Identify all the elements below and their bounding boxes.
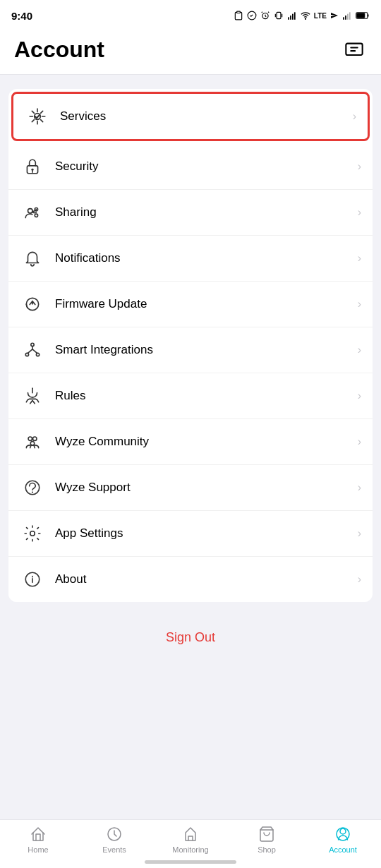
rules-chevron: › xyxy=(358,390,361,402)
security-icon xyxy=(23,157,42,176)
vibrate-icon xyxy=(274,11,284,20)
svg-point-8 xyxy=(305,18,306,19)
wifi-icon xyxy=(301,11,310,20)
sign-out-button[interactable]: Sign Out xyxy=(166,630,215,645)
wyze-community-label: Wyze Community xyxy=(55,435,358,449)
nav-item-account[interactable]: Account xyxy=(322,826,364,854)
signal-icon xyxy=(287,11,297,20)
events-nav-icon xyxy=(106,826,123,843)
menu-item-smart-integrations[interactable]: Smart Integrations › xyxy=(8,327,373,373)
firmware-icon-container xyxy=(20,291,45,317)
status-time: 9:40 xyxy=(11,10,32,22)
signal-arrow-icon xyxy=(330,11,339,20)
svg-point-26 xyxy=(28,437,32,440)
clipboard-icon xyxy=(234,11,243,20)
services-chevron: › xyxy=(353,110,356,123)
svg-point-27 xyxy=(33,437,37,440)
smart-integrations-chevron: › xyxy=(358,344,361,356)
svg-rect-4 xyxy=(288,17,289,20)
wyze-support-chevron: › xyxy=(358,481,361,494)
smart-integrations-label: Smart Integrations xyxy=(55,343,358,357)
menu-item-about[interactable]: About › xyxy=(8,557,373,602)
menu-list: Services › Security › xyxy=(8,89,373,602)
notifications-icon-container xyxy=(20,246,45,271)
nav-item-home[interactable]: Home xyxy=(17,826,59,854)
menu-item-notifications[interactable]: Notifications › xyxy=(8,236,373,282)
services-icon-container xyxy=(25,104,50,129)
main-content: Services › Security › xyxy=(0,89,381,730)
menu-item-rules[interactable]: Rules › xyxy=(8,373,373,419)
sign-out-container: Sign Out xyxy=(0,616,381,659)
menu-item-wyze-community[interactable]: Wyze Community › xyxy=(8,419,373,465)
home-nav-icon xyxy=(30,826,47,843)
svg-rect-7 xyxy=(294,12,296,19)
page-header: Account xyxy=(0,31,381,75)
svg-point-22 xyxy=(35,214,37,217)
menu-item-app-settings[interactable]: App Settings › xyxy=(8,511,373,557)
svg-rect-15 xyxy=(346,43,362,54)
svg-point-20 xyxy=(28,209,33,214)
nav-item-events[interactable]: Events xyxy=(93,826,135,854)
menu-item-wyze-support[interactable]: Wyze Support › xyxy=(8,465,373,511)
svg-rect-3 xyxy=(277,12,281,18)
notifications-chevron: › xyxy=(358,252,361,265)
shop-nav-icon xyxy=(258,826,275,843)
firmware-label: Firmware Update xyxy=(55,297,358,311)
nav-item-monitoring[interactable]: Monitoring xyxy=(169,826,212,854)
home-nav-label: Home xyxy=(28,845,48,854)
status-icons: LTE xyxy=(234,11,370,20)
shop-nav-label: Shop xyxy=(258,845,276,854)
about-icon xyxy=(23,570,42,589)
svg-rect-11 xyxy=(347,14,349,20)
svg-rect-10 xyxy=(345,16,346,20)
wyze-support-label: Wyze Support xyxy=(55,481,358,495)
svg-rect-9 xyxy=(343,17,344,20)
message-button[interactable] xyxy=(341,37,367,63)
about-icon-container xyxy=(20,567,45,592)
firmware-icon xyxy=(23,295,42,313)
page-title: Account xyxy=(14,37,104,63)
signal-bars-icon xyxy=(342,11,352,20)
lte-indicator: LTE xyxy=(314,12,327,20)
rules-label: Rules xyxy=(55,389,358,403)
shazam-icon xyxy=(247,11,257,20)
about-label: About xyxy=(55,572,358,586)
menu-item-sharing[interactable]: Sharing › xyxy=(8,190,373,236)
wyze-community-chevron: › xyxy=(358,435,361,448)
menu-item-security[interactable]: Security › xyxy=(8,144,373,190)
nav-item-shop[interactable]: Shop xyxy=(246,826,288,854)
sharing-icon xyxy=(23,203,42,222)
app-settings-icon-container xyxy=(20,521,45,546)
sharing-chevron: › xyxy=(358,206,361,219)
firmware-chevron: › xyxy=(358,298,361,311)
account-nav-label: Account xyxy=(329,845,357,854)
menu-item-services[interactable]: Services › xyxy=(11,92,370,141)
svg-rect-6 xyxy=(292,14,294,20)
status-bar: 9:40 LTE xyxy=(0,0,381,31)
smart-integrations-icon-container xyxy=(20,337,45,363)
home-indicator xyxy=(145,860,236,864)
svg-rect-0 xyxy=(237,11,241,13)
app-settings-label: App Settings xyxy=(55,526,358,541)
svg-rect-12 xyxy=(349,12,351,19)
account-nav-icon xyxy=(334,826,351,843)
security-chevron: › xyxy=(358,160,361,173)
svg-point-30 xyxy=(32,491,33,493)
wyze-support-icon xyxy=(23,478,42,497)
rules-icon xyxy=(23,387,42,405)
wyze-community-icon xyxy=(23,433,42,451)
alarm-icon xyxy=(260,11,270,20)
wyze-support-icon-container xyxy=(20,475,45,500)
rules-icon-container xyxy=(20,383,45,409)
wyze-community-icon-container xyxy=(20,429,45,454)
monitoring-nav-label: Monitoring xyxy=(172,845,208,854)
smart-integrations-icon xyxy=(23,341,42,359)
security-icon-container xyxy=(20,154,45,179)
svg-point-35 xyxy=(340,828,346,834)
sharing-label: Sharing xyxy=(55,205,358,219)
svg-rect-5 xyxy=(290,16,291,20)
notifications-label: Notifications xyxy=(55,251,358,265)
app-settings-chevron: › xyxy=(358,527,361,540)
menu-item-firmware[interactable]: Firmware Update › xyxy=(8,282,373,327)
notifications-icon xyxy=(23,249,42,267)
